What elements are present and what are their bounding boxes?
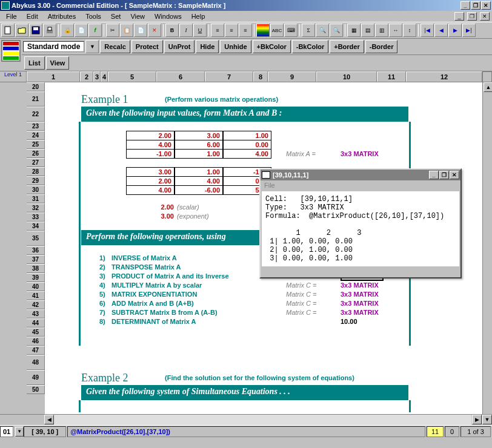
row-34[interactable]: 34 <box>27 222 45 231</box>
align-right-icon[interactable]: ≡ <box>239 24 252 37</box>
result-value[interactable]: 10.00 <box>341 318 357 325</box>
matrix-a-cell[interactable]: 4.00 <box>126 140 175 150</box>
mdi-minimize-button[interactable]: _ <box>454 12 464 21</box>
row-48[interactable]: 48 <box>27 355 45 370</box>
matrix-a-cell[interactable]: 1.00 <box>223 131 271 140</box>
result-value[interactable]: 3x3 MATRIX <box>341 309 379 316</box>
zoom-out-icon[interactable]: 🔍 <box>330 24 343 37</box>
minimize-button[interactable]: _ <box>460 1 470 10</box>
row-50[interactable]: 50 <box>27 385 45 394</box>
view2-icon[interactable]: ▤ <box>361 24 374 37</box>
mode-selector[interactable]: Standard mode <box>23 41 84 52</box>
row-45[interactable]: 45 <box>27 328 45 337</box>
matrix-a-cell[interactable]: 1.00 <box>175 149 223 159</box>
bkcolor-remove-button[interactable]: -BkColor <box>292 40 328 53</box>
hide-button[interactable]: Hide <box>196 40 219 53</box>
col-2[interactable]: 2 <box>80 71 93 82</box>
popup-close-button[interactable]: ✕ <box>450 171 459 179</box>
close-button[interactable]: ✕ <box>481 1 491 10</box>
row-41[interactable]: 41 <box>27 291 45 300</box>
popup-minimize-button[interactable]: _ <box>429 171 439 179</box>
result-value[interactable]: 3x3 MATRIX <box>341 300 379 307</box>
scroll-up-icon[interactable]: ▲ <box>484 82 492 92</box>
unprot-button[interactable]: UnProt <box>164 40 195 53</box>
row-23[interactable]: 23 <box>27 122 45 131</box>
menu-attributes[interactable]: Attributes <box>44 12 79 21</box>
row-37[interactable]: 37 <box>27 255 45 264</box>
row-28[interactable]: 28 <box>27 167 45 176</box>
row-30[interactable]: 30 <box>27 185 45 194</box>
scroll-left-icon[interactable]: ◀ <box>44 415 54 424</box>
view-button[interactable]: View <box>46 56 70 70</box>
row-39[interactable]: 39 <box>27 273 45 282</box>
col-3[interactable]: 3 <box>93 71 101 82</box>
level-header[interactable]: Level 1 <box>0 71 27 82</box>
col-6[interactable]: 6 <box>156 71 205 82</box>
row-47[interactable]: 47 <box>27 346 45 355</box>
prev-icon[interactable]: ◀ <box>434 24 448 37</box>
delete-icon[interactable]: ✕ <box>148 24 161 37</box>
bkcolor-add-button[interactable]: +BkColor <box>253 40 291 53</box>
menu-set[interactable]: Set <box>107 12 125 21</box>
view1-icon[interactable]: ▦ <box>347 24 361 37</box>
row-26[interactable]: 26 <box>27 149 45 158</box>
sum-icon[interactable]: Σ <box>302 24 315 37</box>
italic-icon[interactable]: I <box>179 24 193 37</box>
next-icon[interactable]: ▶ <box>448 24 462 37</box>
func-icon[interactable]: f <box>88 24 102 37</box>
menu-file[interactable]: File <box>2 12 21 21</box>
lock-icon[interactable]: 🔒 <box>61 24 74 37</box>
row-22[interactable]: 22 <box>27 107 45 122</box>
sheet-dropdown-icon[interactable]: ▼ <box>15 427 24 436</box>
copy-icon[interactable]: 📋 <box>120 24 133 37</box>
row-40[interactable]: 40 <box>27 282 45 291</box>
protect-button[interactable]: Protect <box>131 40 163 53</box>
row-38[interactable]: 38 <box>27 264 45 273</box>
col-8[interactable]: 8 <box>253 71 268 82</box>
matrix-a-cell[interactable]: 6.00 <box>175 140 223 150</box>
row-44[interactable]: 44 <box>27 318 45 328</box>
row-31[interactable]: 31 <box>27 194 45 203</box>
list-button[interactable]: List <box>24 56 45 70</box>
new-icon[interactable] <box>1 24 15 37</box>
matrix-b-cell[interactable]: 2.00 <box>126 176 175 186</box>
unhide-button[interactable]: Unhide <box>220 40 251 53</box>
vertical-scrollbar[interactable]: ▲ <box>482 82 492 414</box>
matrix-a-cell[interactable]: 3.00 <box>175 131 223 140</box>
recalc-button[interactable]: Recalc <box>100 40 130 53</box>
matrix-a-cell[interactable]: 2.00 <box>126 131 175 140</box>
scroll-right-icon[interactable]: ▶ <box>472 415 482 424</box>
col-1[interactable]: 1 <box>27 71 80 82</box>
matrix-b-cell[interactable]: -6.00 <box>175 185 223 195</box>
mode-dropdown-icon[interactable]: ▼ <box>85 40 99 53</box>
row-35[interactable]: 35 <box>27 231 45 246</box>
align-center-icon[interactable]: ≡ <box>225 24 238 37</box>
matrix-b-cell[interactable]: 1.00 <box>175 167 223 177</box>
status-sheet[interactable]: 01 <box>0 426 13 437</box>
border-remove-button[interactable]: -Border <box>365 40 398 53</box>
highlight-icon[interactable]: ABC <box>270 24 284 37</box>
save-icon[interactable] <box>29 24 42 37</box>
row-33[interactable]: 33 <box>27 212 45 222</box>
first-icon[interactable]: |◀ <box>421 24 434 37</box>
col-9[interactable]: 9 <box>268 71 316 82</box>
zoom-in-icon[interactable]: 🔍 <box>316 24 329 37</box>
last-icon[interactable]: ▶| <box>462 24 476 37</box>
col-5[interactable]: 5 <box>108 71 156 82</box>
row-29[interactable]: 29 <box>27 176 45 185</box>
expand-icon[interactable]: ↔ <box>389 24 402 37</box>
underline-icon[interactable]: U <box>193 24 207 37</box>
matrix-a-cell[interactable]: 0.00 <box>223 140 271 150</box>
row-43[interactable]: 43 <box>27 309 45 318</box>
row-27[interactable]: 27 <box>27 158 45 167</box>
open-icon[interactable] <box>15 24 28 37</box>
color-icon[interactable] <box>256 24 270 37</box>
col-10[interactable]: 10 <box>316 71 377 82</box>
matrix-a-cell[interactable]: -1.00 <box>126 149 175 159</box>
menu-tools[interactable]: Tools <box>82 12 105 21</box>
mdi-close-button[interactable]: ✕ <box>480 12 490 21</box>
col-7[interactable]: 7 <box>205 71 253 82</box>
popup-menu-file[interactable]: File <box>261 180 460 190</box>
menu-view[interactable]: View <box>127 12 148 21</box>
row-25[interactable]: 25 <box>27 140 45 149</box>
